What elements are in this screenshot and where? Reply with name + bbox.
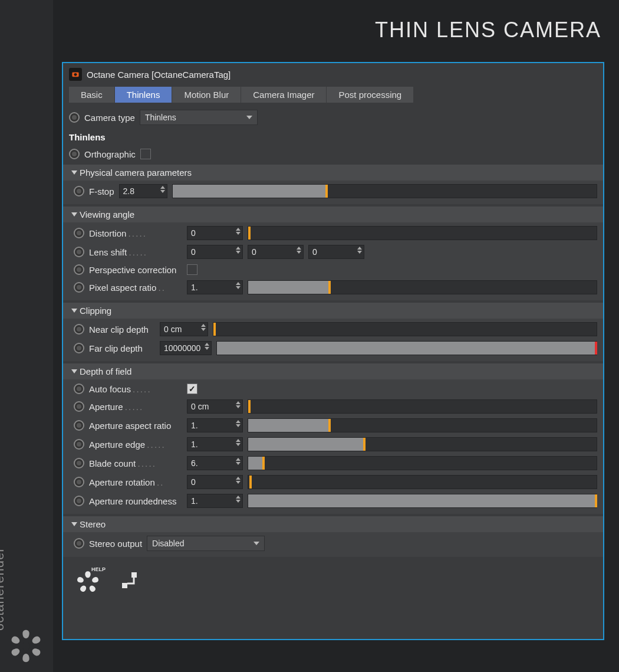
camera-type-dropdown[interactable]: Thinlens xyxy=(140,110,258,125)
pixel-aspect-label: Pixel aspect ratio xyxy=(89,283,182,293)
svg-point-2 xyxy=(74,73,77,76)
group-viewing-title: Viewing angle xyxy=(80,209,134,219)
near-clip-reset[interactable] xyxy=(74,324,84,335)
help-label: HELP xyxy=(91,566,106,572)
lens-shift-z-spinner[interactable]: 0 xyxy=(308,245,364,259)
aperture-aspect-label: Aperture aspect ratio xyxy=(89,421,182,431)
lens-shift-x-spinner[interactable]: 0 xyxy=(187,245,243,259)
auto-focus-checkbox[interactable] xyxy=(187,383,197,394)
blade-count-slider[interactable] xyxy=(248,456,597,470)
far-clip-slider[interactable] xyxy=(216,341,597,355)
tab-motion-blur[interactable]: Motion Blur xyxy=(172,87,241,103)
blade-count-label: Blade count xyxy=(89,458,182,468)
perspective-correction-reset[interactable] xyxy=(74,264,84,275)
fstop-slider[interactable] xyxy=(172,184,597,198)
camera-type-label: Camera type xyxy=(84,113,135,123)
auto-focus-reset[interactable] xyxy=(74,383,84,394)
stereo-output-label: Stereo output xyxy=(89,539,142,549)
near-clip-label: Near clip depth xyxy=(89,324,155,335)
caret-down-icon xyxy=(71,522,77,526)
svg-rect-5 xyxy=(122,583,127,588)
lens-shift-y-spinner[interactable]: 0 xyxy=(248,245,304,259)
caret-down-icon xyxy=(71,212,77,217)
near-clip-slider[interactable] xyxy=(213,322,597,336)
fstop-label: F-stop xyxy=(89,186,114,196)
pixel-aspect-reset[interactable] xyxy=(74,282,84,293)
camera-type-reset[interactable] xyxy=(69,112,80,123)
tab-bar: Basic Thinlens Motion Blur Camera Imager… xyxy=(63,87,603,107)
aperture-edge-spinner[interactable]: 1. xyxy=(187,437,243,451)
camera-tag-icon xyxy=(69,68,82,81)
perspective-correction-checkbox[interactable] xyxy=(187,264,197,275)
group-clipping-header[interactable]: Clipping xyxy=(63,303,603,319)
help-button[interactable]: HELP xyxy=(71,568,104,596)
far-clip-spinner[interactable]: 10000000 xyxy=(160,341,212,355)
group-dof-header[interactable]: Depth of field xyxy=(63,363,603,379)
aperture-rotation-spinner[interactable]: 0 xyxy=(187,475,243,489)
panel-title: Octane Camera [OctaneCameraTag] xyxy=(87,70,231,80)
pixel-aspect-spinner[interactable]: 1. xyxy=(187,280,243,294)
stereo-output-reset[interactable] xyxy=(74,538,84,549)
group-clipping-title: Clipping xyxy=(80,306,111,316)
aperture-aspect-slider[interactable] xyxy=(248,418,597,432)
group-physical-header[interactable]: Physical camera parameters xyxy=(63,165,603,181)
group-dof-title: Depth of field xyxy=(80,366,131,376)
lens-shift-label: Lens shift xyxy=(89,247,182,257)
aperture-aspect-spinner[interactable]: 1. xyxy=(187,418,243,432)
aperture-roundedness-slider[interactable] xyxy=(248,494,597,508)
page-title: THIN LENS CAMERA xyxy=(375,18,601,42)
aperture-reset[interactable] xyxy=(74,401,84,412)
orthographic-reset[interactable] xyxy=(69,149,80,159)
camera-panel: Octane Camera [OctaneCameraTag] Basic Th… xyxy=(62,62,604,640)
aperture-roundedness-label: Aperture roundedness xyxy=(89,496,182,506)
section-heading: Thinlens xyxy=(63,127,603,146)
lens-shift-reset[interactable] xyxy=(74,247,84,257)
aperture-rotation-slider[interactable] xyxy=(248,475,597,489)
fstop-spinner[interactable]: 2.8 xyxy=(119,184,167,198)
svg-rect-4 xyxy=(131,572,137,578)
blade-count-spinner[interactable]: 6. xyxy=(187,456,243,470)
fstop-reset[interactable] xyxy=(74,186,84,196)
perspective-correction-label: Perspective correction xyxy=(89,265,182,275)
octane-logo-icon xyxy=(6,626,46,666)
caret-down-icon xyxy=(71,309,77,313)
svg-point-0 xyxy=(22,642,30,650)
caret-down-icon xyxy=(71,369,77,373)
aperture-rotation-reset[interactable] xyxy=(74,477,84,487)
svg-point-3 xyxy=(85,579,90,585)
far-clip-label: Far clip depth xyxy=(89,343,155,353)
blade-count-reset[interactable] xyxy=(74,458,84,468)
aperture-spinner[interactable]: 0 cm xyxy=(187,399,243,414)
caret-down-icon xyxy=(71,171,77,175)
aperture-roundedness-spinner[interactable]: 1. xyxy=(187,494,243,508)
group-stereo-title: Stereo xyxy=(80,519,106,529)
group-physical-title: Physical camera parameters xyxy=(80,168,192,178)
aperture-edge-reset[interactable] xyxy=(74,439,84,450)
orthographic-checkbox[interactable] xyxy=(140,149,151,159)
stereo-output-dropdown[interactable]: Disabled xyxy=(147,536,265,551)
distortion-reset[interactable] xyxy=(74,228,84,238)
distortion-slider[interactable] xyxy=(248,226,597,240)
far-clip-reset[interactable] xyxy=(74,343,84,353)
aperture-roundedness-reset[interactable] xyxy=(74,496,84,506)
tab-basic[interactable]: Basic xyxy=(69,87,115,103)
aperture-edge-slider[interactable] xyxy=(248,437,597,451)
distortion-label: Distortion xyxy=(89,228,182,238)
aperture-label: Aperture xyxy=(89,402,182,412)
orthographic-label: Orthographic xyxy=(84,149,136,159)
left-sidebar: octanerender™ xyxy=(0,0,53,672)
aperture-slider[interactable] xyxy=(248,399,597,414)
brand-text: octanerender™ xyxy=(0,540,7,631)
tab-thinlens[interactable]: Thinlens xyxy=(115,87,173,103)
distortion-spinner[interactable]: 0 xyxy=(187,226,243,240)
aperture-aspect-reset[interactable] xyxy=(74,420,84,431)
pixel-aspect-slider[interactable] xyxy=(248,280,597,294)
near-clip-spinner[interactable]: 0 cm xyxy=(160,322,208,336)
preset-button[interactable] xyxy=(118,570,142,594)
tab-post-processing[interactable]: Post processing xyxy=(327,87,414,103)
tab-camera-imager[interactable]: Camera Imager xyxy=(241,87,327,103)
group-viewing-header[interactable]: Viewing angle xyxy=(63,206,603,222)
aperture-edge-label: Aperture edge xyxy=(89,440,182,450)
group-stereo-header[interactable]: Stereo xyxy=(63,516,603,532)
aperture-rotation-label: Aperture rotation xyxy=(89,477,182,487)
